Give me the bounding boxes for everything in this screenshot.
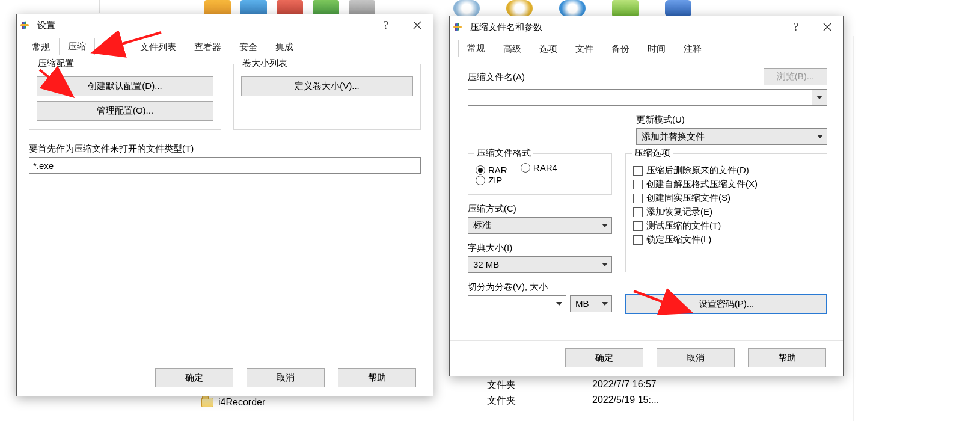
method-label: 压缩方式(C) (468, 203, 612, 215)
tab-general[interactable]: 常规 (23, 38, 59, 55)
winrar-icon (22, 20, 32, 31)
background-date-column: 2022/7/7 16:57 2022/5/19 15:... (592, 379, 659, 410)
set-password-button[interactable]: 设置密码(P)... (625, 294, 827, 314)
archive-name-dropdown-button[interactable] (812, 89, 827, 106)
split-unit-dropdown[interactable]: MB (570, 295, 612, 312)
option-sfx[interactable]: 创建自解压格式压缩文件(X) (633, 179, 819, 190)
tab-options[interactable]: 选项 (530, 40, 566, 57)
tab-filelist[interactable]: 文件列表 (131, 38, 185, 55)
settings-titlebar: 设置 ? (17, 14, 433, 36)
open-as-archive-input[interactable] (29, 157, 421, 174)
option-delete-after[interactable]: 压缩后删除原来的文件(D) (633, 165, 819, 176)
archive-footer: 确定 取消 帮助 (450, 340, 843, 376)
archive-titlebar: 压缩文件名和参数 ? (450, 16, 843, 38)
create-default-profile-button[interactable]: 创建默认配置(D)... (37, 76, 213, 96)
cancel-button[interactable]: 取消 (247, 368, 325, 387)
background-type-column: 文件夹 文件夹 (487, 379, 516, 410)
ok-button[interactable]: 确定 (565, 348, 643, 367)
option-lock[interactable]: 锁定压缩文件(L) (633, 234, 819, 245)
ok-button[interactable]: 确定 (155, 368, 233, 387)
tab-viewer[interactable]: 查看器 (185, 38, 230, 55)
help-button[interactable]: 帮助 (748, 348, 826, 367)
titlebar-help-button[interactable]: ? (370, 14, 402, 36)
winrar-icon (455, 22, 465, 32)
settings-title: 设置 (37, 20, 55, 31)
tab-paths[interactable]: 路径 (95, 38, 131, 55)
background-toolbar-right (453, 0, 691, 17)
archive-tabs: 常规 高级 选项 文件 备份 时间 注释 (450, 39, 843, 57)
split-size-combo[interactable] (468, 295, 566, 312)
tab-files[interactable]: 文件 (566, 40, 602, 57)
update-mode-dropdown[interactable]: 添加并替换文件 (636, 128, 827, 145)
titlebar-close-button[interactable] (402, 14, 433, 36)
settings-dialog: 设置 ? 常规 压缩 路径 文件列表 查看器 安全 集成 压缩配置 创建默认配置… (16, 14, 433, 396)
settings-tabs: 常规 压缩 路径 文件列表 查看器 安全 集成 (17, 37, 433, 55)
update-mode-value: 添加并替换文件 (642, 131, 705, 143)
folder-icon (201, 398, 213, 407)
manage-profiles-button[interactable]: 管理配置(O)... (37, 101, 213, 121)
archive-name-label: 压缩文件名(A) (468, 72, 525, 83)
option-solid[interactable]: 创建固实压缩文件(S) (633, 192, 819, 204)
option-test[interactable]: 测试压缩的文件(T) (633, 220, 819, 232)
options-group-label: 压缩选项 (632, 147, 673, 159)
titlebar-help-button[interactable]: ? (780, 16, 812, 38)
archive-dialog: 压缩文件名和参数 ? 常规 高级 选项 文件 备份 时间 注释 压缩文件名(A)… (449, 16, 844, 376)
browse-button[interactable]: 浏览(B)... (764, 68, 827, 85)
format-rar-radio[interactable]: RAR (476, 165, 507, 175)
format-group-label: 压缩文件格式 (474, 147, 533, 159)
tab-advanced[interactable]: 高级 (494, 40, 530, 57)
titlebar-close-button[interactable] (812, 16, 843, 38)
format-zip-radio[interactable]: ZIP (476, 175, 502, 185)
file-name: i4Recorder (218, 397, 265, 408)
tab-general[interactable]: 常规 (458, 40, 494, 57)
dict-label: 字典大小(I) (468, 242, 612, 254)
volumes-group-label: 卷大小列表 (240, 58, 290, 69)
option-recovery[interactable]: 添加恢复记录(E) (633, 206, 819, 218)
help-button[interactable]: 帮助 (338, 368, 416, 387)
tab-comment[interactable]: 注释 (675, 40, 711, 57)
update-mode-label: 更新模式(U) (636, 114, 827, 126)
open-as-archive-label: 要首先作为压缩文件来打开的文件类型(T) (29, 143, 421, 155)
split-unit-value: MB (575, 298, 589, 309)
dict-value: 32 MB (473, 259, 499, 269)
method-value: 标准 (473, 220, 491, 231)
cancel-button[interactable]: 取消 (657, 348, 735, 367)
format-rar4-radio[interactable]: RAR4 (521, 162, 557, 173)
tab-time[interactable]: 时间 (639, 40, 675, 57)
split-label: 切分为分卷(V), 大小 (468, 281, 612, 293)
define-volume-size-button[interactable]: 定义卷大小(V)... (241, 76, 413, 96)
method-dropdown[interactable]: 标准 (468, 217, 612, 234)
tab-integration[interactable]: 集成 (266, 38, 302, 55)
tab-backup[interactable]: 备份 (602, 40, 639, 57)
archive-name-input[interactable] (468, 89, 812, 106)
dict-dropdown[interactable]: 32 MB (468, 256, 612, 273)
archive-title: 压缩文件名和参数 (470, 22, 542, 33)
tab-compression[interactable]: 压缩 (59, 38, 95, 55)
profiles-group-label: 压缩配置 (35, 58, 76, 69)
tab-security[interactable]: 安全 (230, 38, 266, 55)
settings-footer: 确定 取消 帮助 (17, 361, 433, 396)
